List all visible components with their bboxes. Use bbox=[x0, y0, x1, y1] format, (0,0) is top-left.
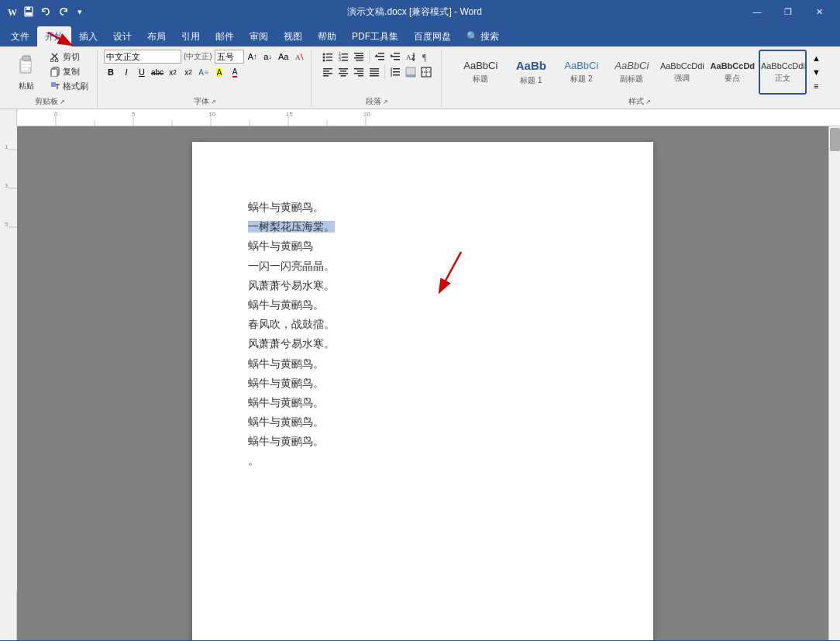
clear-format-btn[interactable]: A bbox=[292, 50, 306, 64]
multilevel-list-btn[interactable] bbox=[352, 50, 366, 64]
vertical-ruler: 1 3 5 bbox=[0, 126, 17, 640]
style-heading1-label: 标题 1 bbox=[520, 75, 542, 86]
document-area: 蜗牛与黄鹂鸟。 一树梨花压海棠。 蜗牛与黄鹂鸟 一闪一闪亮晶晶。 风萧萧兮易水寒… bbox=[17, 126, 828, 640]
svg-text:10: 10 bbox=[208, 111, 215, 118]
svg-rect-8 bbox=[22, 65, 31, 67]
svg-rect-49 bbox=[323, 73, 332, 74]
styles-more[interactable]: ≡ bbox=[809, 79, 823, 93]
svg-rect-53 bbox=[339, 73, 348, 74]
bullets-btn[interactable] bbox=[321, 50, 335, 64]
bold-btn[interactable]: B bbox=[104, 65, 118, 79]
tab-design[interactable]: 设计 bbox=[105, 26, 139, 47]
format-painter-label: 格式刷 bbox=[63, 81, 88, 92]
tab-baidu[interactable]: 百度网盘 bbox=[406, 26, 459, 47]
style-heading2[interactable]: AaBbCi 标题 2 bbox=[557, 50, 605, 95]
tab-help[interactable]: 帮助 bbox=[310, 26, 344, 47]
underline-btn[interactable]: U bbox=[135, 65, 149, 79]
style-emphasis2[interactable]: AaBbCcDd 要点 bbox=[708, 50, 756, 95]
increase-indent-btn[interactable] bbox=[388, 50, 402, 64]
tab-home[interactable]: 开始 bbox=[37, 26, 71, 47]
tab-references[interactable]: 引用 bbox=[174, 26, 208, 47]
close-btn[interactable]: ✕ bbox=[804, 0, 834, 23]
svg-point-25 bbox=[322, 60, 325, 62]
styles-scroll-down[interactable]: ▼ bbox=[809, 65, 823, 79]
svg-rect-67 bbox=[406, 74, 415, 77]
style-subtitle-preview: AaBbCi bbox=[615, 60, 649, 73]
decrease-indent-btn[interactable] bbox=[373, 50, 387, 64]
highlight-btn[interactable]: A bbox=[212, 65, 226, 79]
styles-scroll-up[interactable]: ▲ bbox=[809, 51, 823, 65]
cut-button[interactable]: 剪切 bbox=[46, 50, 92, 64]
format-painter-button[interactable]: 格式刷 bbox=[46, 79, 92, 93]
ribbon-tab-bar: 文件 开始 插入 设计 布局 引用 邮件 审阅 视图 帮助 PDF工具集 百度网… bbox=[0, 23, 840, 47]
clipboard-expand-icon[interactable]: ↗ bbox=[60, 98, 65, 105]
sort-btn[interactable]: AZ bbox=[404, 50, 418, 64]
restore-btn[interactable]: ❐ bbox=[773, 0, 803, 23]
shading-btn[interactable] bbox=[404, 65, 418, 79]
change-case-btn[interactable]: Aa bbox=[277, 50, 291, 64]
text-effect-btn[interactable]: A≋ bbox=[197, 65, 211, 79]
copy-button[interactable]: 复制 bbox=[46, 64, 92, 78]
main-area: 1 3 5 蜗牛与黄鹂鸟。 一树梨花压海棠。 bbox=[0, 126, 840, 640]
save-quick-btn[interactable] bbox=[22, 5, 36, 19]
tab-insert[interactable]: 插入 bbox=[71, 26, 105, 47]
svg-rect-50 bbox=[323, 75, 329, 77]
page-content[interactable]: 蜗牛与黄鹂鸟。 一树梨花压海棠。 蜗牛与黄鹂鸟 一闪一闪亮晶晶。 风萧萧兮易水寒… bbox=[248, 198, 597, 471]
paragraph-controls: 1. 2. 3. bbox=[318, 50, 436, 79]
style-heading1[interactable]: AaBb 标题 1 bbox=[507, 50, 555, 95]
justify-btn[interactable] bbox=[367, 65, 381, 79]
tab-view[interactable]: 视图 bbox=[276, 26, 310, 47]
style-emphasis1[interactable]: AaBbCcDdi 强调 bbox=[658, 50, 706, 95]
svg-text:3.: 3. bbox=[339, 57, 342, 62]
minimize-btn[interactable]: — bbox=[742, 0, 772, 23]
subscript-btn[interactable]: x2 bbox=[166, 65, 180, 79]
font-color-btn[interactable]: A bbox=[228, 65, 242, 79]
border-btn[interactable] bbox=[419, 65, 433, 79]
show-marks-btn[interactable]: ¶ bbox=[419, 50, 433, 64]
styles-expand-icon[interactable]: ↗ bbox=[645, 98, 651, 105]
svg-point-12 bbox=[50, 59, 53, 62]
font-size-decrease-btn[interactable]: a↓ bbox=[261, 50, 275, 64]
svg-text:20: 20 bbox=[363, 111, 370, 118]
styles-nav: ▲ ▼ ≡ bbox=[809, 50, 823, 95]
tab-mailings[interactable]: 邮件 bbox=[208, 26, 242, 47]
text-line-14: 。 bbox=[248, 451, 597, 470]
svg-rect-71 bbox=[17, 109, 840, 126]
tab-file[interactable]: 文件 bbox=[3, 26, 37, 47]
font-name-input[interactable] bbox=[104, 50, 181, 64]
svg-rect-57 bbox=[354, 73, 363, 74]
style-subtitle[interactable]: AaBbCi 副标题 bbox=[608, 50, 656, 95]
align-left-btn[interactable] bbox=[321, 65, 335, 79]
svg-rect-65 bbox=[393, 74, 400, 76]
undo-quick-btn[interactable] bbox=[39, 5, 53, 19]
paragraph-group-content: 1. 2. 3. bbox=[318, 50, 436, 95]
font-format-row: B I U abc x2 x2 A≋ A A bbox=[104, 65, 306, 79]
font-size-increase-btn[interactable]: A↑ bbox=[246, 50, 260, 64]
redo-quick-btn[interactable] bbox=[56, 5, 70, 19]
paragraph-expand-icon[interactable]: ↗ bbox=[383, 98, 388, 105]
font-size-input[interactable] bbox=[215, 50, 244, 64]
tab-search[interactable]: 🔍 搜索 bbox=[459, 26, 507, 47]
strikethrough-btn[interactable]: abc bbox=[150, 65, 164, 79]
italic-btn[interactable]: I bbox=[119, 65, 133, 79]
ruler-corner[interactable] bbox=[0, 109, 17, 126]
numbering-btn[interactable]: 1. 2. 3. bbox=[336, 50, 350, 64]
tab-layout[interactable]: 布局 bbox=[139, 26, 174, 47]
superscript-btn[interactable]: x2 bbox=[181, 65, 195, 79]
style-emphasis2-label: 要点 bbox=[725, 73, 740, 84]
font-expand-icon[interactable]: ↗ bbox=[211, 98, 216, 105]
tab-review[interactable]: 审阅 bbox=[242, 26, 276, 47]
style-title[interactable]: AaBbCi 标题 bbox=[456, 50, 504, 95]
paste-button[interactable]: 粘贴 bbox=[8, 50, 45, 95]
vertical-scrollbar[interactable] bbox=[828, 126, 840, 640]
style-normal[interactable]: AaBbCcDdi 正文 bbox=[759, 50, 807, 95]
scrollbar-thumb[interactable] bbox=[830, 128, 840, 151]
style-normal-label: 正文 bbox=[775, 73, 790, 84]
text-line-13: 蜗牛与黄鹂鸟。 bbox=[248, 432, 597, 451]
line-spacing-btn[interactable] bbox=[388, 65, 402, 79]
tab-pdf[interactable]: PDF工具集 bbox=[344, 26, 406, 47]
align-center-btn[interactable] bbox=[336, 65, 350, 79]
quick-dropdown-btn[interactable]: ▾ bbox=[73, 5, 87, 19]
align-right-btn[interactable] bbox=[352, 65, 366, 79]
svg-rect-30 bbox=[342, 57, 348, 58]
